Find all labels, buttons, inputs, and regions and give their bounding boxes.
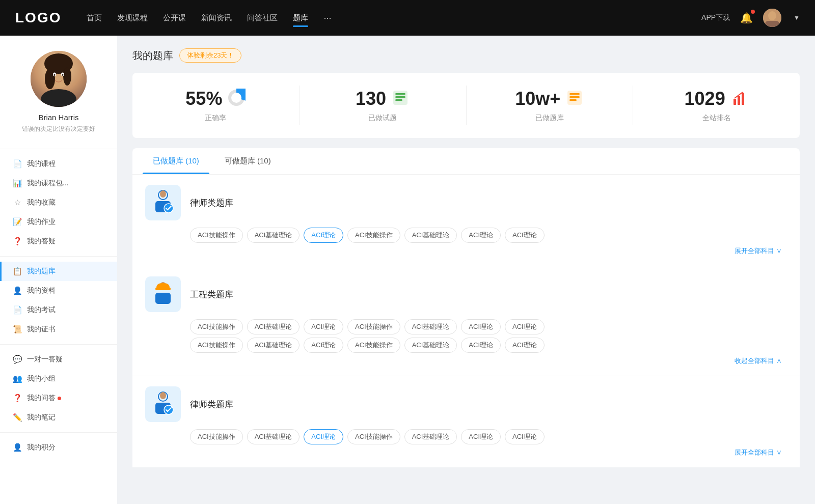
sidebar-item-one-on-one[interactable]: 💬 一对一答疑: [0, 350, 117, 369]
sidebar-item-my-data[interactable]: 👤 我的资料: [0, 281, 117, 300]
bank-header-lawyer-2: 律师类题库: [145, 386, 787, 422]
bank-card-lawyer-1: 律师类题库 ACI技能操作 ACI基础理论 ACI理论 ACI技能操作 ACI基…: [132, 175, 800, 266]
tag-3-3[interactable]: ACI理论: [304, 429, 343, 444]
eng-tag-2-1[interactable]: ACI技能操作: [190, 338, 243, 353]
stat-rank-label: 全站排名: [643, 114, 790, 123]
stat-banks-top: 10w+: [477, 88, 623, 109]
stat-done-label: 已做试题: [310, 114, 456, 123]
tag-1-2[interactable]: ACI基础理论: [247, 228, 300, 243]
logo[interactable]: LOGO: [15, 10, 61, 26]
my-group-icon: 👥: [13, 374, 22, 383]
tag-3-1[interactable]: ACI技能操作: [190, 429, 243, 444]
eng-tag-1-1[interactable]: ACI技能操作: [190, 319, 243, 334]
tag-3-2[interactable]: ACI基础理论: [247, 429, 300, 444]
eng-tag-2-7[interactable]: ACI理论: [505, 338, 545, 353]
sidebar-divider-3: [0, 344, 117, 345]
my-notes-icon: ✏️: [13, 413, 22, 422]
tag-1-4[interactable]: ACI技能操作: [347, 228, 400, 243]
tag-1-7[interactable]: ACI理论: [505, 228, 545, 243]
book-green-icon: [391, 89, 410, 109]
tab-available-banks[interactable]: 可做题库 (10): [214, 148, 281, 174]
sidebar-item-homework[interactable]: 📝 我的作业: [0, 212, 117, 232]
svg-point-11: [54, 74, 56, 76]
expand-link-1: 展开全部科目 ∨: [145, 246, 787, 256]
my-exam-label: 我的考试: [27, 305, 56, 315]
user-avatar-nav[interactable]: [763, 9, 781, 27]
svg-rect-24: [734, 99, 736, 105]
nav-open-course[interactable]: 公开课: [163, 11, 186, 25]
nav-bank[interactable]: 题库: [293, 11, 308, 25]
app-download-button[interactable]: APP下载: [701, 13, 730, 22]
my-question-icon: ❓: [13, 394, 22, 403]
svg-rect-26: [742, 93, 744, 105]
tag-1-5[interactable]: ACI基础理论: [404, 228, 457, 243]
nav-discover[interactable]: 发现课程: [117, 11, 148, 25]
tag-1-6[interactable]: ACI理论: [461, 228, 501, 243]
sidebar-item-course-package[interactable]: 📊 我的课程包...: [0, 174, 117, 193]
eng-tag-2-3[interactable]: ACI理论: [304, 338, 343, 353]
nav-news[interactable]: 新闻资讯: [201, 11, 232, 25]
sidebar-item-my-notes[interactable]: ✏️ 我的笔记: [0, 408, 117, 427]
eng-tag-2-4[interactable]: ACI技能操作: [347, 338, 400, 353]
eng-tag-1-7[interactable]: ACI理论: [505, 319, 545, 334]
svg-point-30: [160, 190, 166, 198]
my-bank-icon: 📋: [13, 267, 22, 276]
bank-card-lawyer-2: 律师类题库 ACI技能操作 ACI基础理论 ACI理论 ACI技能操作 ACI基…: [132, 376, 800, 467]
eng-tag-1-6[interactable]: ACI理论: [461, 319, 501, 334]
eng-tag-1-4[interactable]: ACI技能操作: [347, 319, 400, 334]
svg-rect-22: [569, 96, 580, 98]
banks-container: 律师类题库 ACI技能操作 ACI基础理论 ACI理论 ACI技能操作 ACI基…: [132, 175, 800, 467]
sidebar-item-my-exam[interactable]: 📄 我的考试: [0, 300, 117, 320]
eng-tag-2-5[interactable]: ACI基础理论: [404, 338, 457, 353]
sidebar-item-my-course[interactable]: 📄 我的课程: [0, 154, 117, 174]
svg-rect-18: [395, 96, 405, 98]
sidebar-item-qa[interactable]: ❓ 我的答疑: [0, 232, 117, 251]
tag-3-6[interactable]: ACI理论: [461, 429, 501, 444]
nav-home[interactable]: 首页: [87, 11, 102, 25]
sidebar-item-my-cert[interactable]: 📜 我的证书: [0, 320, 117, 339]
eng-tag-1-3[interactable]: ACI理论: [304, 319, 343, 334]
sidebar-item-my-group[interactable]: 👥 我的小组: [0, 369, 117, 388]
sidebar-item-favorites[interactable]: ☆ 我的收藏: [0, 193, 117, 212]
sidebar-item-my-points[interactable]: 👤 我的积分: [0, 438, 117, 457]
eng-tag-2-2[interactable]: ACI基础理论: [247, 338, 300, 353]
nav-qa[interactable]: 问答社区: [247, 11, 278, 25]
eng-tag-2-6[interactable]: ACI理论: [461, 338, 501, 353]
page-title: 我的题库: [132, 49, 173, 63]
question-notification-dot: [58, 397, 61, 400]
favorites-icon: ☆: [13, 198, 22, 207]
sidebar-item-my-bank[interactable]: 📋 我的题库: [0, 262, 117, 281]
avatar-image: [31, 51, 87, 107]
tag-3-4[interactable]: ACI技能操作: [347, 429, 400, 444]
tab-done-banks[interactable]: 已做题库 (10): [143, 148, 209, 174]
svg-rect-21: [569, 93, 580, 95]
user-menu-chevron[interactable]: ▼: [794, 14, 800, 21]
profile-section: Brian Harris 错误的决定比没有决定要好: [0, 51, 117, 144]
tag-1-1[interactable]: ACI技能操作: [190, 228, 243, 243]
tag-1-3[interactable]: ACI理论: [304, 228, 343, 243]
tags-row-engineer-1: ACI技能操作 ACI基础理论 ACI理论 ACI技能操作 ACI基础理论 AC…: [145, 319, 787, 334]
tag-3-5[interactable]: ACI基础理论: [404, 429, 457, 444]
stat-banks-label: 已做题库: [477, 114, 623, 123]
bank-header-lawyer-1: 律师类题库: [145, 185, 787, 220]
tag-3-7[interactable]: ACI理论: [505, 429, 545, 444]
svg-point-1: [768, 11, 776, 20]
nav-menu: 首页 发现课程 公开课 新闻资讯 问答社区 题库 ···: [87, 11, 701, 25]
collapse-button-engineer[interactable]: 收起全部科目 ∧: [735, 357, 782, 365]
svg-point-8: [63, 67, 71, 86]
eng-tag-1-5[interactable]: ACI基础理论: [404, 319, 457, 334]
nav-more[interactable]: ···: [323, 11, 331, 25]
expand-button-3[interactable]: 展开全部科目 ∨: [735, 449, 782, 456]
expand-button-1[interactable]: 展开全部科目 ∨: [735, 247, 782, 255]
my-data-label: 我的资料: [27, 286, 56, 295]
main-content: 我的题库 体验剩余23天！ 55% 正确率: [117, 36, 815, 504]
tags-row-lawyer-1: ACI技能操作 ACI基础理论 ACI理论 ACI技能操作 ACI基础理论 AC…: [145, 228, 787, 243]
user-name: Brian Harris: [38, 113, 78, 122]
sidebar-divider-2: [0, 256, 117, 257]
eng-tag-1-2[interactable]: ACI基础理论: [247, 319, 300, 334]
book-orange-icon: [565, 89, 584, 109]
sidebar-item-my-question[interactable]: ❓ 我的问答: [0, 388, 117, 408]
notification-bell[interactable]: 🔔: [740, 12, 753, 24]
pie-chart-icon: [227, 89, 246, 109]
my-points-label: 我的积分: [27, 443, 56, 452]
